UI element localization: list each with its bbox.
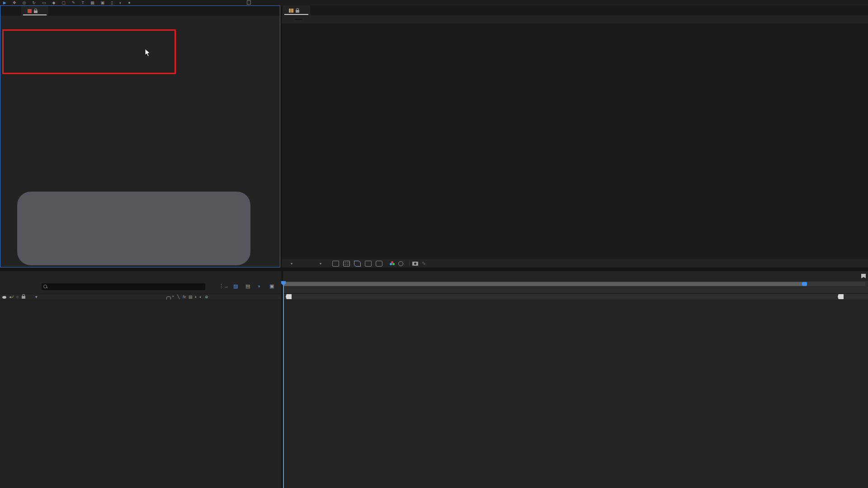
exposure-icon[interactable]: [398, 261, 403, 266]
snapshot-icon[interactable]: [412, 262, 418, 266]
show-channel-icon[interactable]: [390, 261, 395, 266]
frame-blend-column-icon[interactable]: ▤: [189, 295, 193, 299]
breadcrumb: [282, 15, 868, 23]
threed-column-icon[interactable]: ⊕: [205, 295, 208, 299]
caption-overlay: [17, 192, 250, 265]
brush-tool-icon[interactable]: ▩: [90, 0, 94, 5]
fx-column-icon[interactable]: fx: [183, 295, 186, 299]
tab-footage[interactable]: [324, 5, 332, 15]
work-area-end-handle[interactable]: [802, 282, 807, 286]
timeline-track-area: [283, 271, 868, 488]
composition-viewer[interactable]: [282, 23, 868, 259]
chevron-down-icon: ▾: [320, 262, 321, 266]
quality-column-icon[interactable]: ╲: [177, 295, 179, 299]
snapping-checkbox[interactable]: [247, 0, 251, 5]
layer-label-swatch: [28, 9, 32, 13]
marker-strip: [283, 294, 868, 300]
comp-marker-start[interactable]: [286, 294, 292, 299]
choose-grid-guides-icon[interactable]: [332, 261, 339, 267]
region-of-interest-icon[interactable]: [354, 261, 361, 267]
work-area-bar[interactable]: [284, 282, 802, 286]
work-area-remainder: [807, 282, 865, 286]
graph-editor-icon[interactable]: ▣: [269, 283, 274, 289]
clone-tool-icon[interactable]: ▣: [100, 0, 104, 5]
composition-mini-flowchart-icon[interactable]: ⋮→: [219, 283, 229, 289]
composition-panel: ▾ ▾ ✎: [282, 5, 868, 267]
hand-tool-icon[interactable]: ✥: [13, 0, 16, 5]
composition-icon: [289, 9, 293, 13]
playhead-line[interactable]: [283, 281, 284, 488]
timeline-header: ⋮→ ▨ ▤ ◑ ▣: [0, 281, 281, 294]
mouse-cursor: [145, 48, 152, 57]
shape-tool-icon[interactable]: ▢: [61, 0, 66, 5]
motion-blur-icon[interactable]: ◑: [257, 283, 260, 289]
frame-blending-icon[interactable]: ▤: [245, 283, 250, 289]
zoom-tool-icon[interactable]: ◎: [22, 0, 26, 5]
puppet-tool-icon[interactable]: ●: [128, 0, 130, 5]
pen-tool-icon[interactable]: ✎: [72, 0, 75, 5]
resolution-dropdown[interactable]: ▾: [306, 262, 321, 266]
audio-column-icon[interactable]: ◂✓: [9, 295, 14, 299]
camera-tool-icon[interactable]: ▭: [42, 0, 46, 5]
motion-blur-column-icon[interactable]: ◑: [194, 295, 196, 299]
comp-marker-end[interactable]: [838, 294, 844, 299]
selection-tool-icon[interactable]: ▶: [3, 0, 6, 5]
search-icon: [43, 285, 47, 288]
snapping-toggle[interactable]: [247, 0, 253, 5]
comment-icon[interactable]: [376, 261, 382, 267]
timeline-column-headers: ◂✓ ○ ▾ * ╲ fx ▤ ◑ ◐ ⊕: [0, 294, 281, 300]
roto-tool-icon[interactable]: ◐: [119, 0, 122, 5]
rotate-tool-icon[interactable]: ↻: [32, 0, 36, 5]
effect-controls-tabbar: [0, 6, 280, 16]
draft-3d-icon[interactable]: ▨: [233, 283, 238, 289]
toggle-transparency-icon[interactable]: [343, 261, 350, 267]
toggle-mask-visibility-icon[interactable]: [365, 261, 372, 267]
solo-column-icon[interactable]: ○: [16, 295, 19, 299]
time-ruler[interactable]: [283, 281, 868, 294]
search-input[interactable]: [42, 283, 205, 290]
tab-effect-controls[interactable]: [21, 6, 48, 16]
timeline-panel: ⋮→ ▨ ▤ ◑ ▣ ◂✓ ○ ▾ * ╲ fx ▤ ◑ ◐: [0, 271, 868, 488]
chevron-down-icon: ▾: [291, 262, 292, 266]
pan-behind-tool-icon[interactable]: ◆: [52, 0, 55, 5]
timeline-layer-list: ⋮→ ▨ ▤ ◑ ▣ ◂✓ ○ ▾ * ╲ fx ▤ ◑ ◐: [0, 271, 281, 488]
composition-toolbar: ▾ ▾ ✎: [282, 259, 868, 267]
lock-icon[interactable]: [34, 10, 38, 13]
eraser-tool-icon[interactable]: ▯: [111, 0, 113, 5]
label-column-icon[interactable]: ▾: [35, 295, 38, 299]
comp-marker-bin-icon[interactable]: [861, 274, 866, 278]
magnification-dropdown[interactable]: ▾: [289, 262, 292, 266]
show-snapshot-icon[interactable]: ✎: [422, 261, 426, 266]
breadcrumb-item-current-comp[interactable]: [295, 19, 302, 20]
adjustment-column-icon[interactable]: ◐: [199, 295, 202, 299]
tab-project[interactable]: [0, 6, 9, 16]
collapse-column-icon[interactable]: *: [172, 295, 174, 299]
tab-composition[interactable]: [283, 5, 310, 15]
app-toolbar: ▶ ✥ ◎ ↻ ▭ ◆ ▢ ✎ T ▩ ▣ ▯ ◐ ●: [0, 0, 868, 5]
lock-icon[interactable]: [296, 10, 299, 13]
type-tool-icon[interactable]: T: [81, 0, 84, 5]
after-effects-window: ▶ ✥ ◎ ↻ ▭ ◆ ▢ ✎ T ▩ ▣ ▯ ◐ ●: [0, 0, 868, 488]
tab-layer[interactable]: [350, 5, 358, 15]
composition-tabbar: [282, 5, 868, 15]
